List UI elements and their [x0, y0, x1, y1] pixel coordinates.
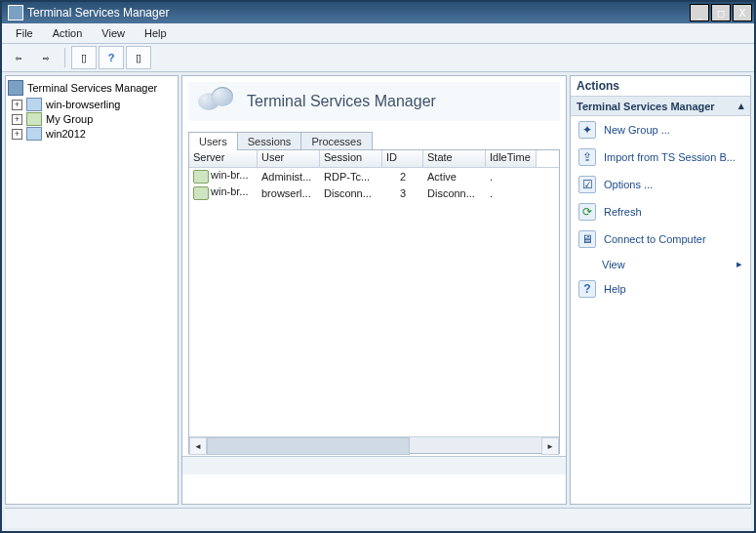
actions-header: Actions: [571, 76, 750, 96]
tab-sessions[interactable]: Sessions: [237, 132, 302, 150]
actions-subheader-label: Terminal Services Manager: [577, 101, 715, 112]
help-icon: ?: [108, 52, 115, 63]
menu-view[interactable]: View: [94, 25, 133, 41]
action-label: Refresh: [604, 206, 642, 218]
cell-server: win-br...: [211, 185, 249, 197]
expand-icon[interactable]: +: [12, 114, 22, 125]
tree-node[interactable]: + win-browserling: [12, 98, 176, 111]
options-icon: ☑: [578, 176, 596, 193]
main-banner: Terminal Services Manager: [188, 82, 560, 121]
toolbar-separator: [64, 48, 65, 67]
show-tree-button[interactable]: ▯: [71, 46, 97, 69]
col-session[interactable]: Session: [320, 150, 382, 167]
action-refresh[interactable]: ⟳ Refresh: [571, 198, 750, 226]
tree-root[interactable]: Terminal Services Manager: [8, 80, 176, 96]
action-import[interactable]: ⇪ Import from TS Session B...: [571, 144, 750, 171]
refresh-icon: ⟳: [578, 203, 596, 221]
action-label: Connect to Computer: [604, 233, 706, 245]
main-pane: Terminal Services Manager Users Sessions…: [181, 75, 567, 505]
cell-server: win-br...: [211, 169, 249, 181]
tab-strip: Users Sessions Processes: [188, 132, 560, 150]
list-row[interactable]: win-br... Administ... RDP-Tc... 2 Active…: [189, 168, 559, 184]
action-help[interactable]: ? Help: [571, 275, 750, 303]
connect-icon: 🖥: [578, 230, 596, 248]
expand-icon[interactable]: +: [12, 100, 22, 110]
action-label: Help: [604, 283, 626, 295]
cell-id: 2: [382, 171, 423, 183]
import-icon: ⇪: [578, 148, 596, 166]
tab-processes[interactable]: Processes: [300, 132, 372, 150]
list-rows: win-br... Administ... RDP-Tc... 2 Active…: [189, 168, 559, 436]
manager-icon: [8, 80, 23, 96]
submenu-arrow-icon: ▸: [736, 258, 742, 270]
actions-pane: Actions Terminal Services Manager ▴ ✦ Ne…: [570, 75, 751, 505]
content-area: Terminal Services Manager + win-browserl…: [2, 72, 754, 508]
main-statusbar: [182, 456, 566, 474]
col-idle[interactable]: IdleTime: [486, 150, 537, 167]
action-new-group[interactable]: ✦ New Group ...: [571, 116, 750, 144]
app-window: Terminal Services Manager _ □ X File Act…: [0, 0, 756, 533]
tree-node[interactable]: + win2012: [12, 127, 176, 141]
expand-icon[interactable]: +: [12, 129, 22, 140]
panel-icon: ▯: [81, 52, 87, 64]
scroll-right-button[interactable]: ►: [541, 437, 559, 455]
user-row-icon: [193, 186, 209, 200]
tree-pane[interactable]: Terminal Services Manager + win-browserl…: [5, 75, 179, 505]
new-group-icon: ✦: [578, 121, 596, 139]
cell-idle: .: [486, 171, 537, 183]
group-icon: [26, 112, 42, 126]
panel-icon-2: ▯: [136, 52, 141, 64]
banner-icon: [198, 87, 233, 116]
menu-file[interactable]: File: [8, 25, 41, 41]
window-statusbar: [5, 508, 751, 528]
column-headers: Server User Session ID State IdleTime: [189, 150, 559, 168]
action-label: Import from TS Session B...: [604, 151, 736, 163]
main-pane-inner: Terminal Services Manager Users Sessions…: [182, 76, 566, 456]
menu-help[interactable]: Help: [137, 25, 175, 41]
col-state[interactable]: State: [423, 150, 486, 167]
nav-back-button[interactable]: ⇦: [6, 46, 31, 69]
arrow-right-icon: ⇨: [43, 52, 50, 64]
action-connect[interactable]: 🖥 Connect to Computer: [571, 226, 750, 253]
help-icon: ?: [578, 280, 596, 298]
window-title: Terminal Services Manager: [27, 6, 688, 20]
cell-session: RDP-Tc...: [320, 171, 382, 183]
tree-root-label: Terminal Services Manager: [27, 82, 157, 94]
action-view[interactable]: View ▸: [571, 253, 750, 275]
cell-user: browserl...: [258, 187, 320, 199]
cell-idle: .: [486, 187, 537, 199]
action-label: Options ...: [604, 179, 653, 190]
horizontal-scrollbar[interactable]: ◄ ►: [189, 436, 559, 453]
col-user[interactable]: User: [258, 150, 320, 167]
user-row-icon: [193, 170, 209, 184]
banner-title: Terminal Services Manager: [247, 93, 436, 110]
scroll-left-button[interactable]: ◄: [189, 437, 207, 455]
minimize-button[interactable]: _: [690, 4, 709, 21]
users-listview[interactable]: Server User Session ID State IdleTime wi…: [188, 149, 560, 454]
menu-action[interactable]: Action: [45, 25, 91, 41]
scroll-track[interactable]: [207, 437, 541, 453]
col-server[interactable]: Server: [189, 150, 258, 167]
action-label: View: [602, 259, 625, 270]
actions-subheader[interactable]: Terminal Services Manager ▴: [571, 96, 750, 116]
tab-users[interactable]: Users: [188, 132, 238, 150]
server-icon: [26, 98, 42, 111]
arrow-left-icon: ⇦: [16, 52, 22, 64]
title-bar[interactable]: Terminal Services Manager _ □ X: [2, 2, 754, 23]
scroll-thumb[interactable]: [207, 437, 410, 455]
show-actions-button[interactable]: ▯: [126, 46, 151, 69]
action-options[interactable]: ☑ Options ...: [571, 171, 750, 198]
tree-node-label: My Group: [46, 113, 93, 125]
nav-forward-button[interactable]: ⇨: [33, 46, 59, 69]
list-row[interactable]: win-br... browserl... Disconn... 3 Disco…: [189, 184, 559, 201]
collapse-icon: ▴: [738, 100, 744, 112]
tree-node[interactable]: + My Group: [12, 112, 176, 126]
server-icon: [26, 127, 42, 141]
cell-state: Active: [423, 171, 486, 183]
toolbar-help-button[interactable]: ?: [99, 46, 124, 69]
close-button[interactable]: X: [733, 4, 752, 21]
cell-state: Disconn...: [423, 187, 486, 199]
maximize-button[interactable]: □: [711, 4, 731, 21]
action-label: New Group ...: [604, 124, 670, 136]
col-id[interactable]: ID: [382, 150, 423, 167]
